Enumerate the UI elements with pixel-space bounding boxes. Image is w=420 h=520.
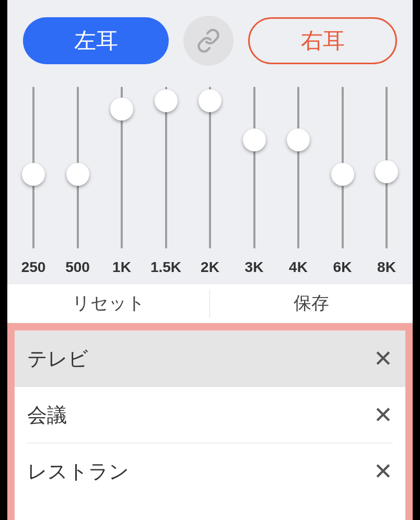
eq-knob[interactable] [22,163,45,186]
eq-slider-1k[interactable] [106,87,137,249]
eq-slider-6k[interactable] [327,87,358,249]
save-button[interactable]: 保存 [210,284,413,323]
close-icon[interactable]: ✕ [374,404,393,427]
freq-label: 500 [62,259,94,276]
eq-knob[interactable] [155,89,178,112]
eq-knob[interactable] [66,163,89,186]
eq-knob[interactable] [287,128,310,151]
preset-name: 会議 [27,402,67,429]
link-icon [196,28,221,53]
freq-label: 1.5K [150,259,182,276]
action-bar: リセット 保存 [7,283,413,323]
eq-slider-4k[interactable] [283,87,314,249]
preset-row-restaurant[interactable]: レストラン ✕ [15,443,405,500]
eq-knob[interactable] [375,160,398,183]
equalizer-panel: 250 500 1K 1.5K 2K 3K 4K 6K 8K [7,71,413,283]
eq-slider-500[interactable] [62,87,94,249]
freq-label: 1K [106,259,137,276]
eq-slider-2k[interactable] [194,87,226,249]
close-icon[interactable]: ✕ [374,347,393,370]
eq-knob[interactable] [110,98,133,121]
ear-selector-row: 左耳 右耳 [7,0,413,71]
freq-label: 250 [18,259,49,276]
eq-knob[interactable] [331,163,354,186]
eq-slider-250[interactable] [18,87,49,249]
freq-label: 3K [239,259,270,276]
eq-slider-1_5k[interactable] [150,87,182,249]
reset-label: リセット [72,291,145,315]
eq-slider-8k[interactable] [371,87,402,249]
close-icon[interactable]: ✕ [374,460,393,483]
eq-knob[interactable] [243,128,266,151]
equalizer-labels: 250 500 1K 1.5K 2K 3K 4K 6K 8K [18,249,402,276]
link-ears-toggle[interactable] [183,16,234,66]
left-ear-label: 左耳 [74,26,118,55]
preset-name: レストラン [27,458,129,485]
equalizer-screen: 左耳 右耳 250 [7,0,413,520]
eq-knob[interactable] [199,89,221,112]
preset-row-meeting[interactable]: 会議 ✕ [15,387,405,443]
left-ear-button[interactable]: 左耳 [23,17,169,64]
reset-button[interactable]: リセット [7,284,210,323]
freq-label: 6K [327,259,358,276]
preset-row-television[interactable]: テレビ ✕ [15,330,405,387]
eq-slider-3k[interactable] [239,87,270,249]
equalizer-tracks [18,87,402,249]
preset-name: テレビ [27,346,88,372]
freq-label: 4K [283,259,314,276]
save-label: 保存 [294,291,329,315]
freq-label: 2K [194,259,226,276]
right-ear-label: 右耳 [301,26,345,55]
right-ear-button[interactable]: 右耳 [248,17,397,64]
freq-label: 8K [371,259,402,276]
presets-panel: テレビ ✕ 会議 ✕ レストラン ✕ [7,323,413,520]
